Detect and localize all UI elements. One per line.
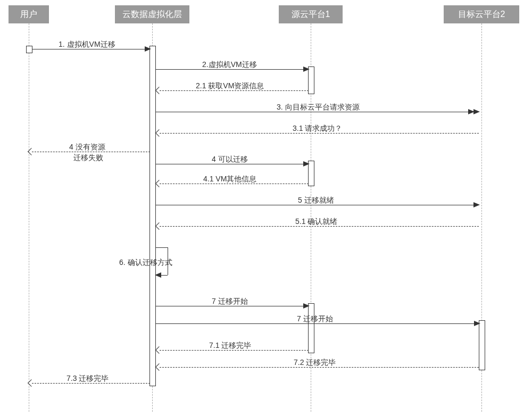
arrowhead-m41: [155, 180, 163, 187]
arrowhead-m2: [303, 66, 310, 72]
label-m7a: 7 迁移开始: [212, 297, 248, 306]
label-m1: 1. 虚拟机VM迁移: [59, 40, 115, 49]
label-m7b: 7 迁移开始: [297, 314, 333, 324]
arrowhead-m21: [155, 87, 163, 94]
label-m73: 7.3 迁移完毕: [66, 374, 109, 384]
arrowhead-m3b: [468, 109, 475, 114]
activation-src-3: [308, 303, 314, 353]
sequence-diagram: 用户 云数据虚拟化层 源云平台1 目标云平台2 1. 虚拟机VM迁移 2.虚拟机…: [0, 0, 532, 416]
arrowhead-m51: [155, 222, 163, 230]
arrowhead-m71: [155, 346, 163, 354]
arrowhead-m6: [155, 272, 161, 278]
actor-user: 用户: [9, 5, 49, 23]
label-m41: 4.1 VM其他信息: [203, 174, 256, 184]
label-m21: 2.1 获取VM资源信息: [196, 81, 264, 91]
arrowhead-m4ok: [303, 161, 310, 167]
actor-src: 源云平台1: [279, 5, 343, 23]
arrowhead-m7a: [303, 303, 310, 309]
label-m31: 3.1 请求成功？: [293, 124, 342, 134]
label-m4fail2: 迁移失败: [73, 153, 103, 163]
label-m2: 2.虚拟机VM迁移: [202, 60, 257, 70]
activation-user-1: [26, 46, 32, 53]
label-m71: 7.1 迁移完毕: [209, 341, 251, 351]
activation-virt-main: [149, 46, 156, 386]
lifeline-user: [29, 23, 29, 412]
actor-dst: 目标云平台2: [444, 5, 519, 23]
label-m6: 6. 确认迁移方式: [119, 258, 172, 268]
arrowhead-m5: [473, 202, 480, 207]
arrowhead-m1: [145, 46, 151, 52]
arrowhead-m7b: [474, 321, 480, 326]
arrowhead-m31: [155, 129, 163, 137]
label-m4fail1: 4 没有资源: [69, 143, 105, 152]
label-m5: 5 迁移就绪: [298, 196, 334, 205]
label-m51: 5.1 确认就绪: [295, 217, 337, 227]
label-m4ok: 4 可以迁移: [212, 155, 248, 164]
arrowhead-m72: [155, 363, 163, 371]
label-m72: 7.2 迁移完毕: [294, 358, 336, 368]
label-m3: 3. 向目标云平台请求资源: [277, 103, 360, 112]
arrow-m6-top: [156, 247, 168, 248]
activation-dst-1: [479, 320, 485, 370]
actor-virt: 云数据虚拟化层: [115, 5, 189, 23]
